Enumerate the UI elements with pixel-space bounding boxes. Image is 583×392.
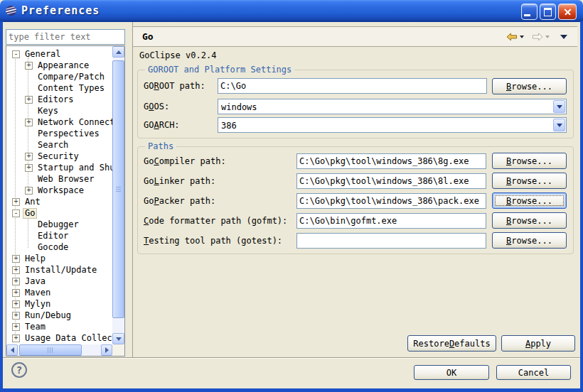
- go-compiler-path-input[interactable]: [296, 153, 486, 169]
- testing-tool-path-input[interactable]: [296, 233, 486, 249]
- apply-button[interactable]: Apply: [501, 335, 575, 352]
- testing-browse-button[interactable]: Browse...: [492, 232, 567, 249]
- tree-item[interactable]: + Help: [6, 253, 112, 264]
- tree-item[interactable]: Keys: [6, 105, 112, 116]
- goroot-browse-button[interactable]: Browse...: [492, 78, 567, 94]
- tree-item-label[interactable]: Go: [23, 208, 37, 219]
- tree-item-label[interactable]: Search: [36, 140, 70, 151]
- tree-item[interactable]: - Go: [6, 207, 112, 219]
- tree-item-label[interactable]: Perspectives: [36, 129, 102, 139]
- tree-item-label[interactable]: Ant: [23, 197, 43, 207]
- panel-divider[interactable]: [132, 22, 133, 357]
- back-history-menu-button[interactable]: [520, 36, 524, 38]
- tree-item-label[interactable]: Keys: [36, 106, 60, 116]
- tree-item-label[interactable]: Debugger: [36, 219, 81, 230]
- scroll-up-button[interactable]: [112, 46, 124, 58]
- goarch-combobox[interactable]: 386: [218, 117, 567, 133]
- tree-item-label[interactable]: Install/Update: [23, 265, 99, 276]
- goroot-path-input[interactable]: [218, 78, 487, 94]
- cancel-button[interactable]: Cancel: [496, 365, 571, 380]
- scroll-down-button[interactable]: [112, 333, 124, 344]
- tree-item[interactable]: Compare/Patch: [6, 71, 112, 82]
- tree-item[interactable]: Editor: [6, 230, 112, 241]
- tree-item[interactable]: + Appearance: [6, 60, 112, 71]
- compiler-browse-button[interactable]: Browse...: [492, 153, 567, 169]
- vertical-scroll-thumb[interactable]: [112, 60, 124, 318]
- tree-item-label[interactable]: Content Types: [36, 83, 107, 94]
- horizontal-scroll-thumb[interactable]: [19, 344, 82, 356]
- tree-item-label[interactable]: Team: [23, 322, 48, 332]
- ok-button[interactable]: OK: [414, 365, 489, 380]
- expand-toggle-icon[interactable]: +: [25, 164, 33, 172]
- code-formatter-path-input[interactable]: [296, 213, 486, 229]
- go-packer-path-input[interactable]: [296, 193, 486, 209]
- forward-button[interactable]: [532, 33, 543, 41]
- tree-item-label[interactable]: Appearance: [36, 60, 91, 71]
- tree-vertical-scrollbar[interactable]: [112, 46, 124, 344]
- expand-toggle-icon[interactable]: -: [12, 209, 20, 217]
- titlebar[interactable]: Preferences: [0, 0, 583, 22]
- expand-toggle-icon[interactable]: +: [12, 334, 20, 342]
- back-button[interactable]: [506, 33, 518, 41]
- tree-item-label[interactable]: Editor: [36, 231, 70, 241]
- tree-item-label[interactable]: Maven: [23, 288, 53, 298]
- tree-horizontal-scrollbar[interactable]: [6, 344, 112, 356]
- maximize-button[interactable]: [540, 4, 556, 20]
- tree-item[interactable]: Search: [6, 139, 112, 151]
- expand-toggle-icon[interactable]: +: [25, 96, 33, 104]
- tree-item[interactable]: + Usage Data Collect: [6, 332, 112, 344]
- minimize-button[interactable]: [521, 4, 537, 20]
- expand-toggle-icon[interactable]: +: [12, 266, 20, 274]
- expand-toggle-icon[interactable]: +: [12, 198, 20, 206]
- tree-item[interactable]: + Workspace: [6, 185, 112, 196]
- tree-item-label[interactable]: Startup and Shu: [36, 163, 112, 173]
- tree-item[interactable]: + Editors: [6, 94, 112, 105]
- tree-item[interactable]: + Mylyn: [6, 298, 112, 310]
- expand-toggle-icon[interactable]: +: [25, 153, 33, 160]
- expand-toggle-icon[interactable]: +: [12, 289, 20, 297]
- expand-toggle-icon[interactable]: +: [12, 255, 20, 263]
- tree-item-label[interactable]: Java: [23, 276, 48, 287]
- go-linker-path-input[interactable]: [296, 173, 486, 189]
- expand-toggle-icon[interactable]: +: [25, 62, 33, 70]
- tree-item-label[interactable]: Web Browser: [36, 174, 96, 185]
- scroll-right-button[interactable]: [101, 344, 112, 356]
- expand-toggle-icon[interactable]: +: [12, 278, 20, 285]
- tree-item[interactable]: + Team: [6, 321, 112, 332]
- expand-toggle-icon[interactable]: +: [12, 300, 20, 308]
- tree-item[interactable]: + Startup and Shu: [6, 162, 112, 173]
- tree-item[interactable]: Gocode: [6, 241, 112, 253]
- expand-toggle-icon[interactable]: +: [25, 119, 33, 126]
- expand-toggle-icon[interactable]: +: [25, 187, 33, 195]
- tree-item[interactable]: + Security: [6, 151, 112, 162]
- tree-item[interactable]: + Ant: [6, 196, 112, 207]
- tree-item[interactable]: + Install/Update: [6, 264, 112, 276]
- tree-item-label[interactable]: Workspace: [36, 185, 86, 196]
- tree-item-label[interactable]: Usage Data Collect: [23, 333, 112, 344]
- dropdown-button[interactable]: [553, 100, 565, 113]
- scroll-left-button[interactable]: [6, 344, 18, 356]
- tree-item[interactable]: + Network Connect: [6, 116, 112, 128]
- tree-item[interactable]: + Run/Debug: [6, 310, 112, 321]
- linker-browse-button[interactable]: Browse...: [492, 173, 567, 189]
- help-button[interactable]: ?: [11, 362, 27, 378]
- tree-item-label[interactable]: Run/Debug: [23, 310, 73, 321]
- tree-item-label[interactable]: Mylyn: [23, 299, 53, 310]
- goos-combobox[interactable]: windows: [218, 99, 567, 114]
- dropdown-button[interactable]: [553, 119, 565, 131]
- expand-toggle-icon[interactable]: +: [12, 312, 20, 320]
- expand-toggle-icon[interactable]: +: [12, 323, 20, 331]
- tree-item[interactable]: Debugger: [6, 219, 112, 230]
- tree-item[interactable]: - General: [6, 48, 112, 60]
- tree-item[interactable]: + Maven: [6, 287, 112, 298]
- filter-input[interactable]: [6, 29, 125, 45]
- tree-item-label[interactable]: General: [23, 49, 63, 60]
- tree-item[interactable]: Content Types: [6, 82, 112, 94]
- packer-browse-button[interactable]: Browse...: [492, 192, 567, 209]
- tree-item-label[interactable]: Security: [36, 151, 81, 162]
- forward-history-menu-button[interactable]: [545, 36, 550, 38]
- tree-item[interactable]: Perspectives: [6, 128, 112, 139]
- tree-item[interactable]: + Java: [6, 276, 112, 287]
- tree-item-label[interactable]: Network Connect: [36, 117, 112, 128]
- formatter-browse-button[interactable]: Browse...: [492, 212, 567, 229]
